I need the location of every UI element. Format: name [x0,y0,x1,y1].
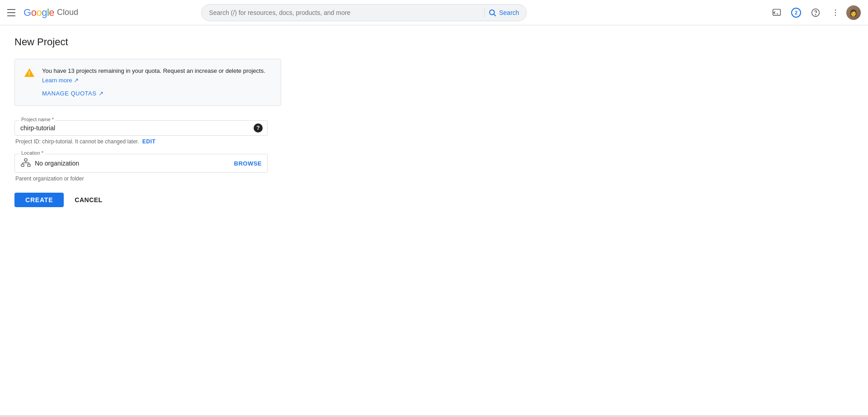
search-icon [488,9,496,17]
warning-icon: ! [24,67,35,78]
nav-left: Google Cloud [7,7,78,19]
search-bar: Search [201,4,527,21]
svg-point-7 [835,12,836,13]
google-logo-text: Google [24,7,54,19]
location-label: Location * [19,150,45,156]
search-divider [484,8,485,17]
quota-message-text: You have 13 projects remaining in your q… [42,66,272,98]
svg-line-1 [494,14,495,16]
top-navigation: Google Cloud Search [0,0,868,25]
project-name-label: Project name * [19,117,56,122]
project-name-help-icon[interactable]: ? [254,123,263,133]
notifications-container: 2 [788,4,805,22]
search-input[interactable] [209,9,481,16]
notification-badge: 2 [791,8,801,18]
svg-point-6 [835,9,836,10]
svg-point-8 [835,14,836,16]
manage-quotas-link[interactable]: MANAGE QUOTAS ↗ [42,89,272,99]
location-field-group: Location * BROWSE Parent organization or… [14,154,268,182]
cancel-button[interactable]: CANCEL [67,193,109,207]
help-icon [811,8,820,17]
svg-rect-11 [21,164,24,166]
browse-button[interactable]: BROWSE [234,160,262,167]
bottom-border [0,415,868,417]
cloud-shell-button[interactable] [768,4,786,22]
learn-more-link[interactable]: Learn more ↗ [42,77,79,84]
quota-warning-box: ! You have 13 projects remaining in your… [14,59,281,106]
page-title: New Project [14,36,854,48]
project-name-field-group: Project name * ? Project ID: chirp-tutor… [14,120,268,145]
search-container: Search [201,4,527,21]
user-avatar-button[interactable]: 👩 [846,5,861,20]
project-name-input[interactable] [20,124,262,132]
project-name-wrapper: Project name * ? [14,120,268,136]
new-project-form: Project name * ? Project ID: chirp-tutor… [14,120,268,207]
help-button[interactable] [807,4,825,22]
location-hint: Parent organization or folder [14,175,268,182]
user-avatar: 👩 [846,5,861,20]
main-content: New Project ! You have 13 projects remai… [0,25,868,218]
terminal-icon [772,8,781,17]
organization-icon [20,158,31,169]
svg-rect-10 [24,159,27,161]
action-buttons: CREATE CANCEL [14,193,268,207]
nav-right: 2 👩 [768,4,861,22]
search-button[interactable]: Search [488,9,519,17]
hamburger-menu-button[interactable] [7,7,18,18]
location-wrapper: Location * BROWSE [14,154,268,173]
location-input[interactable] [35,160,234,167]
search-button-label: Search [499,9,519,16]
notifications-button[interactable]: 2 [788,4,805,22]
cloud-logo-text: Cloud [57,8,78,17]
google-cloud-logo[interactable]: Google Cloud [24,7,78,19]
more-vert-icon [831,8,840,17]
edit-project-id-link[interactable]: EDIT [142,138,156,145]
svg-rect-12 [28,164,30,166]
more-options-button[interactable] [826,4,844,22]
svg-point-0 [490,10,495,15]
svg-text:!: ! [28,71,30,77]
create-button[interactable]: CREATE [14,193,64,207]
project-id-hint: Project ID: chirp-tutorial. It cannot be… [14,138,268,145]
